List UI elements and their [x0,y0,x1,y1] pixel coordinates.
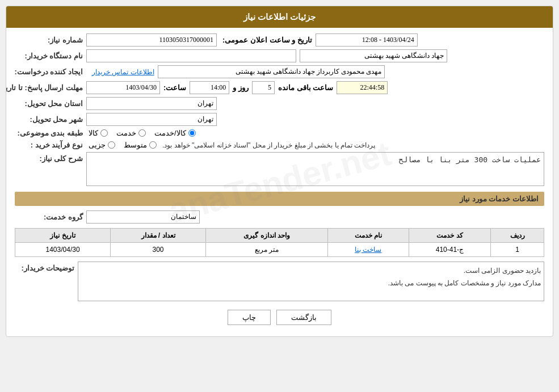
tarikh-saat-label: تاریخ و ساعت اعلان عمومی: [222,36,312,44]
services-table: ردیف کد خدمت نام خدمت واحد اندازه گیری ت… [15,228,544,257]
services-section-title: اطلاعات خدمات مورد نیاز [15,192,544,206]
radio-kala-label[interactable]: کالا [89,129,108,137]
ostan-input [86,97,217,110]
radio-motevaset[interactable] [149,141,157,149]
radio-kala-khedmat[interactable] [188,129,196,137]
ijad-konande-link[interactable]: اطلاعات تماس خریدار [92,68,154,76]
radio-jozvi[interactable] [108,141,115,149]
mohlet-label: مهلت ارسال پاسخ: تا تاریخ: [15,83,83,92]
baqi-saat [337,81,388,94]
mohlet-saat-label: ساعت: [163,83,186,92]
noe-farayand-label: نوع فرآیند خرید : [15,141,83,149]
cell-kod: ج-41-410 [409,243,491,257]
button-row: بازگشت چاپ [15,310,544,325]
cell-radif: 1 [491,243,544,257]
cell-tarikh: 1403/04/30 [15,243,111,257]
cell-vahed: متر مربع [205,243,327,257]
nam-dastgah-input [86,49,296,62]
tarikh-saat-input [316,33,418,47]
col-kod: کد خدمت [409,229,491,243]
col-tedad: تعداد / مقدار [111,229,206,243]
mohlet-rooz [252,81,275,94]
gorohe-khedmat-label: گروه خدمت: [15,213,83,221]
cell-tedad: 300 [111,243,206,257]
radio-jozvi-label[interactable]: جزیی [89,141,115,149]
tosifat-label: توضیحات خریدار: [15,262,74,272]
cell-nam[interactable]: ساخت بنا [328,243,409,257]
rooz-label: روز و [233,83,249,92]
sharh-label: شرح کلی نیاز: [15,152,83,163]
table-row: 1 ج-41-410 ساخت بنا متر مربع 300 1403/04… [15,243,544,257]
process-note: پرداخت تمام یا بخشی از مبلغ خریدار از مح… [162,141,375,149]
shahr-input [86,113,217,126]
page-title: جزئیات اطلاعات نیاز [6,6,553,28]
radio-motevaset-label[interactable]: متوسط [124,141,157,149]
tosifat-line2: مدارک مورد نیاز و مشخصات کامل به پیوست م… [81,277,541,290]
ijad-konande-input [158,65,385,78]
baqi-label: ساعت باقی مانده [278,83,333,92]
nam-dastgah-label: نام دستگاه خریدار: [15,52,83,60]
col-radif: ردیف [491,229,544,243]
col-tarikh: تاریخ نیاز [15,229,111,243]
radio-kala-khedmat-label[interactable]: کالا/خدمت [154,129,196,137]
radio-khedmat[interactable] [138,129,146,137]
shahr-label: شهر محل تحویل: [15,115,83,124]
shomara-niaz-label: شماره نیاز: [15,36,83,44]
ostan-label: استان محل تحویل: [15,99,83,108]
bazgasht-button[interactable]: بازگشت [276,310,331,325]
col-nam: نام خدمت [328,229,409,243]
radio-kala[interactable] [100,129,108,137]
tosifat-line1: بازدید حضوری الزامی است. [81,265,541,277]
tosifat-box: بازدید حضوری الزامی است. مدارک مورد نیاز… [78,262,544,301]
mohlet-saat [190,81,229,94]
tabaqebandi-label: طبقه بندی موضوعی: [15,129,83,137]
col-vahed: واحد اندازه گیری [205,229,327,243]
radio-khedmat-label[interactable]: خدمت [116,129,146,137]
shomara-niaz-input [86,33,217,47]
gorohe-khedmat-input [86,210,200,224]
chap-button[interactable]: چاپ [228,310,271,325]
mohlet-date [86,81,160,94]
nam-dastgah-value [300,49,447,62]
sharh-textarea[interactable]: عملیات ساخت 300 متر بنا با مصالح [86,152,544,186]
ijad-konande-label: ایجاد کننده درخواست: [15,68,83,76]
